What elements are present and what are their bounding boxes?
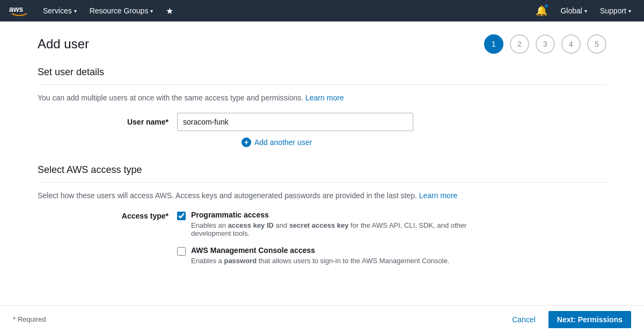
global-label: Global bbox=[560, 6, 582, 15]
add-user-row: + Add another user bbox=[38, 137, 606, 147]
step-4[interactable]: 4 bbox=[561, 34, 581, 54]
resource-groups-chevron-icon: ▾ bbox=[150, 8, 153, 14]
step-1[interactable]: 1 bbox=[484, 34, 503, 54]
console-access-desc: Enables a password that allows users to … bbox=[191, 257, 450, 265]
pin-nav-item[interactable]: ★ bbox=[162, 4, 178, 18]
global-chevron-icon: ▾ bbox=[584, 8, 587, 14]
programmatic-access-desc: Enables an access key ID and secret acce… bbox=[191, 221, 492, 237]
content-area: Add user 1 2 3 4 5 Set user details You … bbox=[27, 21, 617, 295]
services-chevron-icon: ▾ bbox=[74, 8, 77, 14]
step-2[interactable]: 2 bbox=[510, 34, 529, 54]
set-user-details-section: Set user details You can add multiple us… bbox=[38, 67, 606, 147]
required-note: * Required bbox=[13, 315, 46, 323]
username-input[interactable] bbox=[177, 113, 413, 131]
username-row: User name* bbox=[38, 113, 606, 131]
services-label: Services bbox=[43, 6, 72, 15]
resource-groups-label: Resource Groups bbox=[90, 6, 149, 15]
global-nav-item[interactable]: Global ▾ bbox=[556, 4, 591, 17]
set-user-details-title: Set user details bbox=[38, 67, 606, 85]
support-label: Support bbox=[600, 6, 626, 15]
console-access-content: AWS Management Console access Enables a … bbox=[191, 246, 450, 265]
support-nav-item[interactable]: Support ▾ bbox=[596, 4, 635, 17]
page-header: Add user 1 2 3 4 5 bbox=[38, 34, 606, 54]
set-user-details-desc-text: You can add multiple users at once with … bbox=[38, 93, 305, 102]
step-indicators: 1 2 3 4 5 bbox=[484, 34, 606, 54]
username-label: User name* bbox=[102, 118, 177, 126]
cancel-button[interactable]: Cancel bbox=[506, 312, 542, 327]
access-type-desc: Select how these users will access AWS. … bbox=[38, 191, 606, 200]
programmatic-access-option: Programmatic access Enables an access ke… bbox=[177, 211, 492, 237]
console-access-option: AWS Management Console access Enables a … bbox=[177, 246, 492, 265]
svg-text:aws: aws bbox=[9, 5, 24, 13]
access-type-row: Access type* Programmatic access Enables… bbox=[38, 211, 606, 265]
top-nav: aws Services ▾ Resource Groups ▾ ★ 🔔 Glo… bbox=[0, 0, 644, 21]
access-key-bold: access key ID bbox=[228, 221, 274, 229]
console-access-checkbox[interactable] bbox=[177, 247, 186, 256]
add-another-user-link[interactable]: + Add another user bbox=[241, 137, 606, 147]
resource-groups-nav-item[interactable]: Resource Groups ▾ bbox=[85, 4, 158, 17]
next-permissions-button[interactable]: Next: Permissions bbox=[548, 311, 631, 328]
add-another-user-label: Add another user bbox=[254, 138, 312, 147]
aws-logo[interactable]: aws bbox=[9, 4, 30, 17]
secret-key-bold: secret access key bbox=[289, 221, 349, 229]
console-access-title: AWS Management Console access bbox=[191, 246, 450, 255]
step-3[interactable]: 3 bbox=[536, 34, 555, 54]
programmatic-access-checkbox[interactable] bbox=[177, 212, 186, 220]
footer-bar: * Required Cancel Next: Permissions bbox=[0, 305, 644, 333]
access-type-desc-text: Select how these users will access AWS. … bbox=[38, 191, 419, 200]
access-type-title: Select AWS access type bbox=[38, 164, 606, 183]
access-type-section: Select AWS access type Select how these … bbox=[38, 164, 606, 265]
services-nav-item[interactable]: Services ▾ bbox=[39, 4, 81, 17]
add-icon: + bbox=[241, 137, 251, 147]
notifications-bell[interactable]: 🔔 bbox=[531, 3, 552, 19]
programmatic-access-title: Programmatic access bbox=[191, 211, 492, 219]
access-options: Programmatic access Enables an access ke… bbox=[177, 211, 492, 265]
set-user-details-desc: You can add multiple users at once with … bbox=[38, 93, 606, 102]
page-title: Add user bbox=[38, 37, 89, 52]
main-wrapper: Add user 1 2 3 4 5 Set user details You … bbox=[0, 21, 644, 333]
nav-right: 🔔 Global ▾ Support ▾ bbox=[531, 3, 635, 19]
notification-dot bbox=[544, 4, 548, 8]
access-type-label: Access type* bbox=[102, 211, 177, 265]
programmatic-access-content: Programmatic access Enables an access ke… bbox=[191, 211, 492, 237]
set-user-details-learn-more-link[interactable]: Learn more bbox=[305, 93, 344, 102]
step-5[interactable]: 5 bbox=[587, 34, 606, 54]
password-bold: password bbox=[224, 257, 257, 265]
access-type-learn-more-link[interactable]: Learn more bbox=[419, 191, 458, 200]
footer-actions: Cancel Next: Permissions bbox=[506, 311, 631, 328]
support-chevron-icon: ▾ bbox=[628, 8, 631, 14]
